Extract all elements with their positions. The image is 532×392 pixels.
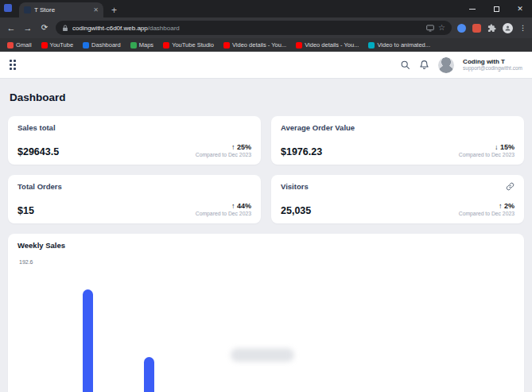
weekly-sales-bar [83, 289, 93, 392]
bookmark-label: Gmail [16, 41, 32, 49]
tab-favicon [24, 6, 31, 14]
card-value: $15 [17, 205, 34, 216]
window-controls: ✕ [460, 0, 532, 17]
bookmark-item[interactable]: Video details - You... [223, 41, 286, 49]
bookmark-item[interactable]: Video to animated... [368, 41, 430, 49]
extension-icon-1[interactable] [457, 24, 466, 33]
bookmark-label: Dashboard [91, 41, 121, 49]
url-path: /dashboard [148, 25, 180, 32]
new-tab-button[interactable]: + [111, 6, 117, 15]
close-button[interactable]: ✕ [508, 0, 532, 17]
weekly-sales-plot: 192.6 [17, 254, 515, 392]
weekly-sales-title: Weekly Sales [17, 241, 515, 250]
bookmarks-bar: Gmail YouTube Dashboard Maps YouTube Stu… [0, 38, 532, 52]
page-title: Dashboard [10, 91, 524, 103]
card-visitors: Visitors 25,035 ↑ 2% Compared to Dec 202… [271, 175, 524, 223]
card-total-orders: Total Orders $15 ↑ 44% Compared to Dec 2… [8, 175, 261, 223]
card-compare: Compared to Dec 2023 [196, 211, 251, 216]
browser-titlebar: T Store ✕ + ✕ [0, 0, 532, 17]
card-compare: Compared to Dec 2023 [196, 152, 251, 157]
bookmark-item[interactable]: Gmail [7, 41, 32, 49]
card-value: $29643.5 [17, 146, 59, 157]
window-app-icon [4, 4, 12, 12]
minimize-button[interactable] [460, 0, 484, 17]
maximize-button[interactable] [484, 0, 508, 17]
url-domain: codingwitht-c6d0f.web.app [72, 25, 148, 32]
app-logo [10, 60, 16, 70]
bookmark-favicon [163, 42, 169, 49]
weekly-sales-bar [144, 357, 154, 392]
bookmark-label: Video details - You... [232, 41, 286, 49]
bookmark-label: Maps [139, 41, 153, 49]
stats-grid: Sales total $29643.5 ↑ 25% Compared to D… [8, 116, 524, 223]
bookmark-item[interactable]: Video details - You... [296, 41, 359, 49]
bookmark-favicon [7, 42, 14, 49]
card-value: 25,035 [281, 205, 311, 216]
extensions-puzzle-icon[interactable] [487, 24, 496, 33]
browser-tab[interactable]: T Store ✕ [19, 2, 103, 17]
extension-icon-2[interactable] [472, 24, 481, 33]
card-change: ↑ 25% [196, 143, 251, 151]
bookmark-item[interactable]: YouTube [41, 41, 73, 49]
card-change: ↑ 2% [459, 202, 515, 210]
browser-window: T Store ✕ + ✕ ← → ⟳ codingwitht-c6d0f.we… [0, 0, 532, 392]
bookmark-label: Video to animated... [377, 41, 430, 49]
y-axis-top-label: 192.6 [19, 259, 33, 265]
user-name: Coding with T [463, 58, 522, 65]
card-compare: Compared to Dec 2023 [459, 211, 515, 216]
bookmark-favicon [223, 42, 230, 49]
notifications-bell-icon[interactable] [419, 60, 429, 70]
reload-icon[interactable]: ⟳ [39, 24, 50, 32]
search-icon[interactable] [400, 60, 410, 70]
card-compare: Compared to Dec 2023 [459, 152, 515, 157]
card-title: Total Orders [17, 182, 62, 191]
user-email: support@codingwitht.com [463, 65, 522, 71]
site-info-lock-icon[interactable] [62, 25, 68, 32]
bookmark-label: Video details - You... [305, 41, 359, 49]
bookmark-label: YouTube Studio [172, 41, 214, 49]
url-text: codingwitht-c6d0f.web.app/dashboard [72, 25, 180, 32]
bookmark-item[interactable]: YouTube Studio [163, 41, 214, 49]
browser-profile-avatar[interactable] [503, 23, 513, 33]
card-title: Average Order Value [281, 123, 355, 132]
forward-icon[interactable]: → [22, 24, 33, 33]
user-avatar[interactable] [438, 57, 454, 73]
bookmark-favicon [368, 42, 375, 49]
weekly-sales-card: Weekly Sales 192.6 [8, 234, 524, 392]
bookmark-favicon [130, 42, 137, 49]
card-title: Visitors [281, 182, 309, 191]
bookmark-item[interactable]: Maps [130, 41, 153, 49]
card-change: ↓ 15% [459, 143, 515, 151]
address-bar[interactable]: codingwitht-c6d0f.web.app/dashboard ☆ [56, 21, 452, 35]
back-icon[interactable]: ← [6, 24, 17, 33]
card-sales-total: Sales total $29643.5 ↑ 25% Compared to D… [8, 116, 261, 165]
install-app-icon[interactable] [426, 25, 434, 32]
watermark [231, 348, 294, 362]
bookmark-star-icon[interactable]: ☆ [438, 24, 445, 32]
bookmark-label: YouTube [50, 41, 73, 49]
browser-menu-icon[interactable]: ⋮ [519, 24, 526, 32]
bookmark-favicon [296, 42, 302, 49]
bookmark-item[interactable]: Dashboard [83, 41, 121, 49]
card-average-order-value: Average Order Value $1976.23 ↓ 15% Compa… [271, 116, 524, 165]
browser-toolbar: ← → ⟳ codingwitht-c6d0f.web.app/dashboar… [0, 17, 532, 38]
extension-icons: ⋮ [457, 23, 526, 33]
dashboard-content: Dashboard Sales total $29643.5 ↑ 25% Com… [0, 79, 532, 392]
card-change: ↑ 44% [196, 202, 251, 210]
link-icon[interactable] [506, 182, 515, 191]
user-meta[interactable]: Coding with T support@codingwitht.com [463, 58, 522, 72]
tab-title: T Store [34, 6, 90, 14]
app-header: Coding with T support@codingwitht.com [0, 52, 532, 79]
card-value: $1976.23 [281, 146, 322, 157]
tab-close-icon[interactable]: ✕ [93, 6, 99, 14]
bookmark-favicon [83, 42, 89, 49]
bookmark-favicon [41, 42, 48, 49]
card-title: Sales total [17, 123, 56, 132]
